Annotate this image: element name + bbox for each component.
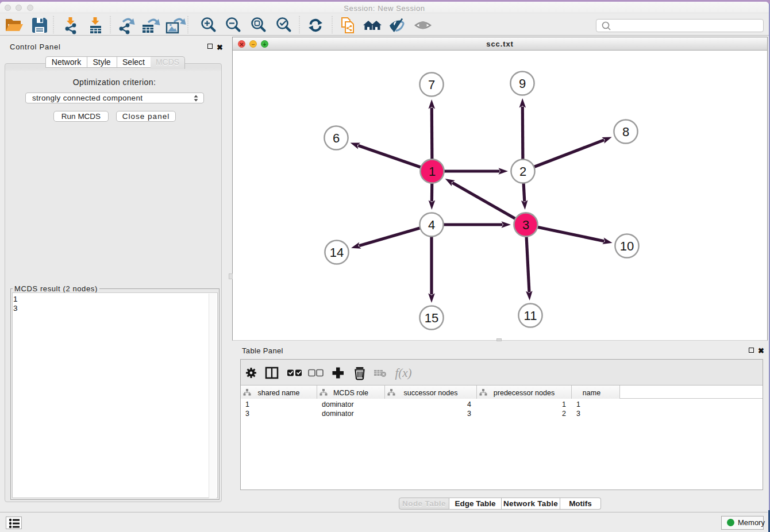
- svg-text:6: 6: [333, 131, 340, 145]
- svg-text:2: 2: [519, 164, 526, 179]
- svg-text:9: 9: [519, 76, 526, 91]
- svg-text:1: 1: [429, 164, 436, 179]
- svg-text:11: 11: [524, 309, 537, 323]
- svg-text:8: 8: [622, 125, 629, 139]
- svg-text:14: 14: [330, 245, 344, 260]
- svg-text:4: 4: [428, 218, 435, 232]
- svg-text:10: 10: [620, 239, 634, 253]
- svg-text:15: 15: [425, 311, 438, 325]
- svg-text:f(x): f(x): [395, 366, 411, 380]
- svg-text:7: 7: [428, 78, 435, 92]
- svg-text:3: 3: [522, 218, 529, 232]
